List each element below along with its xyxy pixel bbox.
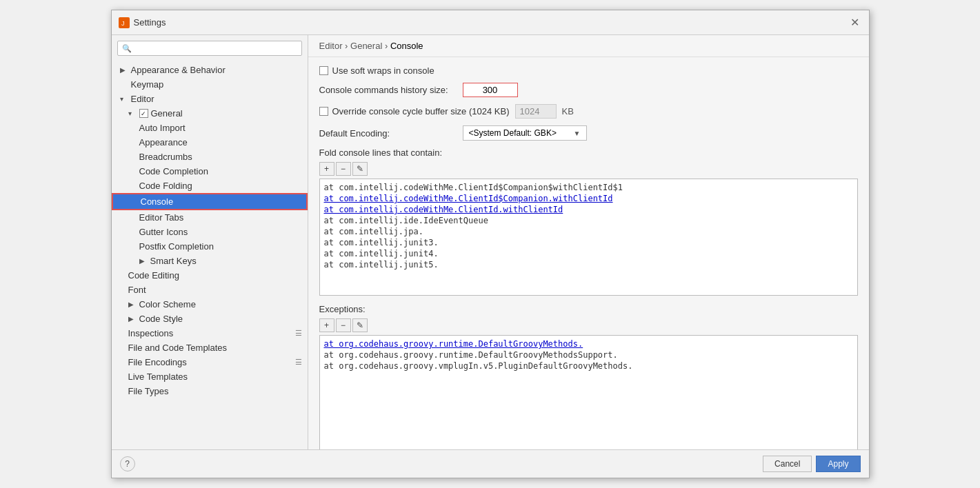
encoding-dropdown[interactable]: <System Default: GBK> ▼ [463, 125, 587, 141]
general-checkbox[interactable] [139, 109, 148, 118]
sidebar-item-code-editing[interactable]: Code Editing [112, 268, 308, 283]
list-item[interactable]: at com.intellij.codeWithMe.ClientId$Comp… [323, 193, 854, 204]
sidebar-item-file-encodings[interactable]: File Encodings ☰ [112, 355, 308, 369]
override-checkbox[interactable] [319, 107, 328, 116]
dropdown-arrow-icon: ▼ [574, 130, 581, 137]
sidebar-label: Auto Import [139, 123, 186, 133]
list-item[interactable]: at com.intellij.junit3. [323, 237, 854, 248]
sidebar-item-appearance[interactable]: Appearance [112, 135, 308, 150]
sidebar-item-font[interactable]: Font [112, 283, 308, 297]
sidebar-label: Appearance [139, 137, 188, 148]
sidebar-item-auto-import[interactable]: Auto Import [112, 121, 308, 135]
override-checkbox-label[interactable]: Override console cycle buffer size (1024… [319, 106, 510, 116]
sidebar-label: File Encodings [128, 357, 187, 367]
sidebar-label: Gutter Icons [139, 227, 188, 237]
fold-list: at com.intellij.codeWithMe.ClientId$Comp… [319, 179, 858, 296]
sidebar-label: Appearance & Behavior [131, 65, 226, 75]
list-item[interactable]: at com.intellij.junit5. [323, 259, 854, 270]
list-item[interactable]: at com.intellij.junit4. [323, 248, 854, 259]
sidebar-label: Code Folding [139, 181, 192, 191]
encoding-value: <System Default: GBK> [469, 128, 557, 138]
sidebar-item-general[interactable]: ▾ General [112, 106, 308, 121]
fold-remove-button[interactable]: − [336, 162, 351, 176]
sidebar-label: Font [128, 285, 146, 295]
dialog-footer: ? Cancel Apply [112, 449, 869, 478]
encoding-label: Default Encoding: [319, 128, 457, 139]
sidebar-item-editor-tabs[interactable]: Editor Tabs [112, 210, 308, 225]
sidebar-item-color-scheme[interactable]: ▶ Color Scheme [112, 297, 308, 312]
dialog-body: 🔍 ▶ Appearance & Behavior Keymap ▾ Edito… [112, 35, 869, 449]
footer-buttons: Cancel Apply [763, 456, 860, 472]
expand-icon: ▾ [128, 110, 137, 117]
history-size-row: Console commands history size: [319, 83, 858, 97]
expand-icon: ▾ [120, 95, 128, 103]
exceptions-edit-button[interactable]: ✎ [352, 318, 368, 332]
sidebar-item-code-style[interactable]: ▶ Code Style [112, 312, 308, 326]
cancel-button[interactable]: Cancel [763, 456, 812, 472]
fold-add-button[interactable]: + [319, 162, 334, 176]
encoding-row: Default Encoding: <System Default: GBK> … [319, 125, 858, 141]
fold-label: Fold console lines that contain: [319, 148, 858, 158]
exceptions-toolbar: + − ✎ [319, 318, 858, 332]
breadcrumb-sep2: › [385, 41, 390, 51]
breadcrumb-general: General [350, 41, 382, 51]
sidebar-item-live-templates[interactable]: Live Templates [112, 369, 308, 384]
exceptions-list: at org.codehaus.groovy.runtime.DefaultGr… [319, 335, 858, 449]
sidebar-label: General [151, 108, 183, 119]
apply-button[interactable]: Apply [816, 456, 860, 472]
list-item[interactable]: at org.codehaus.groovy.runtime.DefaultGr… [323, 338, 854, 349]
sidebar-item-postfix-completion[interactable]: Postfix Completion [112, 239, 308, 254]
list-item[interactable]: at com.intellij.jpa. [323, 226, 854, 237]
sidebar-label: Code Style [139, 314, 183, 324]
sidebar-item-appearance-behavior[interactable]: ▶ Appearance & Behavior [112, 63, 308, 77]
sidebar-item-console[interactable]: Console [112, 193, 308, 210]
sidebar-item-breadcrumbs[interactable]: Breadcrumbs [112, 150, 308, 164]
fold-toolbar: + − ✎ [319, 162, 858, 176]
expand-icon: ▶ [128, 301, 137, 308]
list-item[interactable]: at com.intellij.codeWithMe.ClientId$Comp… [323, 182, 854, 193]
sidebar-label: Breadcrumbs [139, 152, 192, 162]
expand-icon: ▶ [120, 66, 128, 74]
exceptions-add-button[interactable]: + [319, 318, 334, 332]
sidebar-label: Inspections [128, 328, 174, 338]
list-item[interactable]: at org.codehaus.groovy.vmplugIn.v5.Plugi… [323, 360, 854, 372]
sidebar-item-file-types[interactable]: File Types [112, 384, 308, 398]
exceptions-remove-button[interactable]: − [336, 318, 351, 332]
sidebar-item-code-completion[interactable]: Code Completion [112, 164, 308, 179]
search-box[interactable]: 🔍 [117, 41, 302, 56]
fold-edit-button[interactable]: ✎ [352, 162, 368, 176]
sidebar-label: File and Code Templates [128, 343, 228, 353]
list-item[interactable]: at org.codehaus.groovy.runtime.DefaultGr… [323, 349, 854, 360]
sidebar-label: Keymap [131, 79, 164, 90]
fold-section: Fold console lines that contain: + − ✎ a… [319, 148, 858, 296]
breadcrumb-current: Console [390, 41, 423, 51]
app-icon: J [119, 17, 130, 28]
breadcrumb-editor: Editor [319, 41, 343, 51]
sidebar-item-smart-keys[interactable]: ▶ Smart Keys [112, 254, 308, 268]
soft-wraps-checkbox[interactable] [319, 66, 328, 75]
exceptions-section: Exceptions: + − ✎ at org.codehaus.groovy… [319, 304, 858, 449]
sidebar-item-code-folding[interactable]: Code Folding [112, 179, 308, 193]
sidebar-item-keymap[interactable]: Keymap [112, 77, 308, 92]
close-button[interactable]: ✕ [848, 14, 862, 30]
exceptions-label: Exceptions: [319, 304, 858, 314]
list-item[interactable]: at com.intellij.codeWithMe.ClientId.with… [323, 204, 854, 215]
search-input[interactable] [134, 43, 297, 53]
sidebar-item-editor[interactable]: ▾ Editor [112, 92, 308, 106]
main-panel: Editor › General › Console Use soft wrap… [308, 35, 869, 449]
sidebar-label: Editor [131, 94, 154, 104]
inspections-badge: ☰ [295, 329, 302, 338]
soft-wraps-checkbox-label[interactable]: Use soft wraps in console [319, 65, 434, 76]
sidebar-item-inspections[interactable]: Inspections ☰ [112, 326, 308, 340]
sidebar: 🔍 ▶ Appearance & Behavior Keymap ▾ Edito… [112, 35, 308, 449]
history-size-input[interactable] [463, 83, 518, 97]
search-icon: 🔍 [122, 44, 132, 53]
sidebar-label: Code Editing [128, 270, 179, 281]
sidebar-item-gutter-icons[interactable]: Gutter Icons [112, 225, 308, 239]
expand-icon: ▶ [128, 315, 137, 323]
file-encodings-badge: ☰ [295, 358, 302, 367]
list-item[interactable]: at com.intellij.ide.IdeEventQueue [323, 215, 854, 226]
help-button[interactable]: ? [120, 456, 135, 471]
sidebar-item-file-code-templates[interactable]: File and Code Templates [112, 340, 308, 355]
content-area: Use soft wraps in console Console comman… [308, 57, 869, 449]
